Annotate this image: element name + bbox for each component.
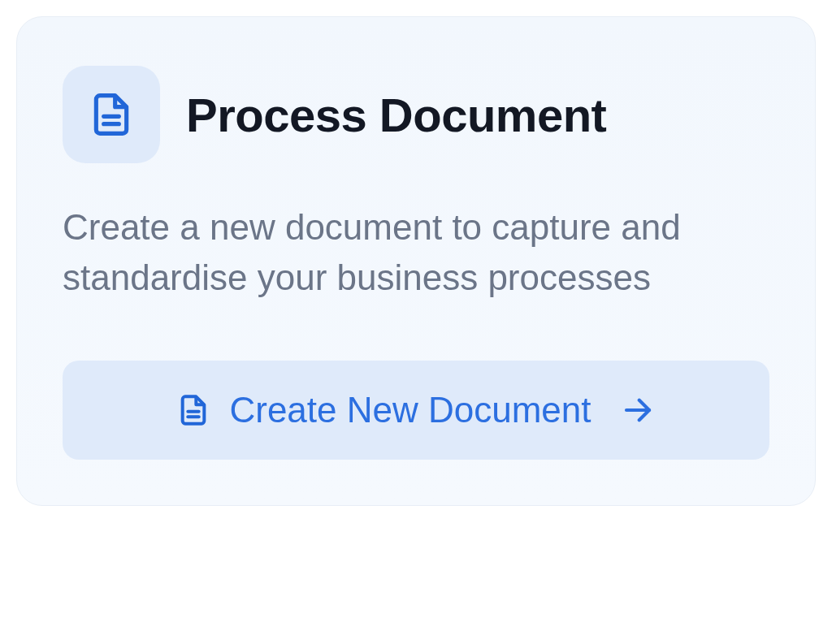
card-title: Process Document	[186, 88, 606, 142]
process-document-card: Process Document Create a new document t…	[16, 16, 816, 506]
document-icon-badge	[63, 66, 160, 163]
document-icon	[89, 92, 134, 137]
card-header: Process Document	[63, 66, 769, 163]
create-new-document-button[interactable]: Create New Document	[63, 361, 769, 460]
document-icon	[177, 394, 210, 426]
cta-label: Create New Document	[229, 390, 591, 430]
card-description: Create a new document to capture and sta…	[63, 202, 769, 302]
arrow-right-icon	[621, 393, 655, 427]
